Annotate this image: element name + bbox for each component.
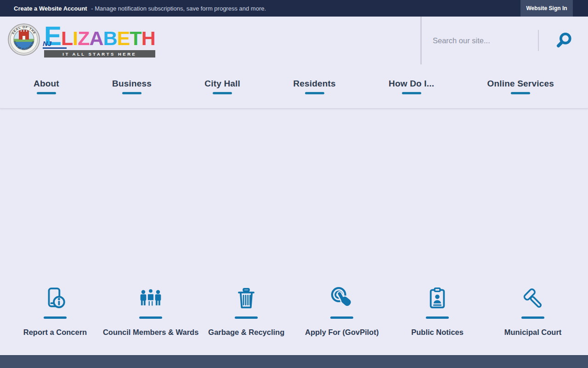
people-icon xyxy=(138,286,163,311)
quicklink-underline xyxy=(44,316,67,319)
footer xyxy=(0,355,588,368)
search-button[interactable] xyxy=(539,31,588,50)
nav-item-label: Business xyxy=(112,79,152,89)
nav-underline xyxy=(122,92,141,94)
quicklink-underline xyxy=(330,316,353,319)
nav-underline xyxy=(213,92,232,94)
nav-item-business[interactable]: Business xyxy=(112,79,152,94)
quicklink-underline xyxy=(426,316,449,319)
nav-item-about[interactable]: About xyxy=(34,79,59,94)
topbar: Create a Website Account - Manage notifi… xyxy=(0,0,588,17)
gavel-icon xyxy=(520,286,545,311)
trash-icon xyxy=(234,286,259,311)
quicklink-public-notices[interactable]: Public Notices xyxy=(390,286,485,337)
quicklink-underline xyxy=(235,316,258,319)
quicklink-council-members-wards[interactable]: Council Members & Wards xyxy=(103,286,198,337)
logo-letter: Z xyxy=(78,29,89,48)
city-seal-image: SEAL OF THE CITY OF ELIZABETH xyxy=(8,23,40,56)
clipboard-person-icon xyxy=(425,286,450,311)
nav-item-city-hall[interactable]: City Hall xyxy=(204,79,240,94)
quicklink-municipal-court[interactable]: Municipal Court xyxy=(485,286,581,337)
nav-underline xyxy=(37,92,56,94)
quicklink-report-a-concern[interactable]: Report a Concern xyxy=(7,286,103,337)
nav-item-label: Online Services xyxy=(487,79,554,89)
quicklink-label: Public Notices xyxy=(411,328,464,337)
logo-letters: ELIZABETH xyxy=(44,23,155,48)
topbar-message: Create a Website Account - Manage notifi… xyxy=(14,5,266,12)
site-logo[interactable]: SEAL OF THE CITY OF ELIZABETH ELIZABETH … xyxy=(8,23,155,58)
city-seal: SEAL OF THE CITY OF ELIZABETH xyxy=(8,23,40,58)
website-sign-in-button[interactable]: Website Sign In xyxy=(520,0,573,17)
quicklink-underline xyxy=(139,316,162,319)
logo-letter: I xyxy=(73,29,78,48)
quicklink-underline xyxy=(521,316,544,319)
nav-item-how-do-i[interactable]: How Do I... xyxy=(389,79,434,94)
nav-item-residents[interactable]: Residents xyxy=(293,79,336,94)
create-account-link[interactable]: Create a Website Account xyxy=(14,5,87,12)
nav-item-label: City Hall xyxy=(204,79,240,89)
nav-item-online-services[interactable]: Online Services xyxy=(487,79,554,94)
nav-item-label: How Do I... xyxy=(389,79,434,89)
nav-item-label: About xyxy=(34,79,59,89)
topbar-message-text: - Manage notification subscriptions, sav… xyxy=(91,5,266,12)
quicklink-garbage-recycling[interactable]: Garbage & Recycling xyxy=(198,286,294,337)
logo-nj-underline xyxy=(43,47,67,49)
logo-nj: NJ xyxy=(43,40,51,47)
search-input[interactable] xyxy=(422,36,538,46)
tap-icon xyxy=(329,286,354,311)
search-icon xyxy=(555,32,572,49)
logo-letter: H xyxy=(141,29,155,48)
logo-letter: L xyxy=(61,29,73,48)
main-nav: AboutBusinessCity HallResidentsHow Do I.… xyxy=(0,64,588,109)
site-header: SEAL OF THE CITY OF ELIZABETH ELIZABETH … xyxy=(0,17,588,64)
main-content: Report a ConcernCouncil Members & WardsG… xyxy=(0,109,588,355)
quicklink-label: Report a Concern xyxy=(23,328,87,337)
quicklink-label: Municipal Court xyxy=(504,328,562,337)
logo-wordmark: ELIZABETH NJ IT ALL STARTS HERE xyxy=(44,23,155,57)
quicklinks: Report a ConcernCouncil Members & WardsG… xyxy=(7,286,581,337)
logo-letter: A xyxy=(90,29,103,48)
nav-item-label: Residents xyxy=(293,79,336,89)
quicklink-apply-for-govpilot[interactable]: Apply For (GovPilot) xyxy=(294,286,390,337)
logo-tagline: IT ALL STARTS HERE xyxy=(44,50,155,58)
nav-underline xyxy=(511,92,530,94)
logo-letter: B xyxy=(103,29,117,48)
logo-letter: T xyxy=(130,29,141,48)
nav-underline xyxy=(305,92,324,94)
logo-letter: E xyxy=(117,29,130,48)
quicklink-label: Garbage & Recycling xyxy=(208,328,284,337)
nav-underline xyxy=(402,92,421,94)
phone-info-icon xyxy=(43,286,68,311)
quicklink-label: Council Members & Wards xyxy=(103,328,198,337)
search-area xyxy=(420,17,588,64)
quicklink-label: Apply For (GovPilot) xyxy=(305,328,379,337)
